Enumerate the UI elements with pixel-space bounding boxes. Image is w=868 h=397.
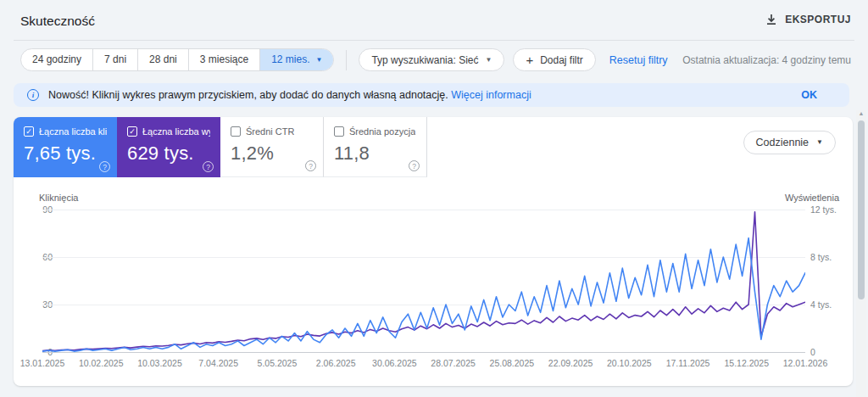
x-axis-line: [42, 352, 805, 353]
header-divider: [14, 40, 854, 41]
right-tick: 12 tys.: [810, 204, 854, 215]
x-label: 17.11.2025: [666, 358, 710, 368]
range-7d-button[interactable]: 7 dni: [92, 49, 137, 70]
granularity-label: Codziennie: [756, 137, 810, 148]
annotation-banner: i Nowość! Kliknij wykres prawym przycisk…: [14, 83, 849, 107]
metric-label: Łączna liczba klik...: [39, 126, 107, 137]
add-filter-label: Dodaj filtr: [540, 54, 583, 66]
page-title: Skuteczność: [20, 14, 95, 29]
help-icon[interactable]: ?: [305, 160, 316, 171]
banner-text: Nowość! Kliknij wykres prawym przyciskie…: [48, 89, 531, 101]
left-axis-title: Kliknięcia: [39, 193, 78, 203]
x-label: 25.08.2025: [490, 358, 535, 368]
metric-value: 7,65 tys.: [24, 143, 107, 165]
search-type-label: Typ wyszukiwania: Sieć: [371, 54, 478, 66]
x-label: 5.05.2025: [258, 358, 298, 368]
x-label: 15.12.2025: [724, 358, 769, 368]
x-label: 12.01.2026: [783, 358, 828, 368]
x-label: 10.02.2025: [79, 358, 124, 368]
x-label: 30.06.2025: [372, 358, 417, 368]
range-3m-button[interactable]: 3 miesiące: [188, 49, 259, 70]
x-label: 13.01.2025: [20, 358, 65, 368]
download-icon: [765, 14, 777, 25]
checkbox-icon[interactable]: [127, 126, 137, 137]
chevron-down-icon: ▼: [316, 57, 323, 64]
checkbox-icon[interactable]: [24, 126, 34, 137]
checkbox-icon[interactable]: [334, 126, 344, 137]
right-axis-title: Wyświetlenia: [785, 193, 839, 203]
x-label: 2.06.2025: [316, 358, 356, 368]
right-tick: 8 tys.: [810, 251, 854, 263]
range-12m-label: 12 mies.: [271, 49, 309, 70]
range-24h-button[interactable]: 24 godziny: [21, 49, 92, 70]
banner-ok-button[interactable]: OK: [801, 89, 817, 101]
chevron-down-icon: ▼: [485, 57, 492, 64]
chart-svg: [42, 210, 805, 352]
help-icon[interactable]: ?: [203, 161, 214, 172]
x-label: 22.09.2025: [548, 358, 593, 368]
add-filter-button[interactable]: + Dodaj filtr: [513, 48, 595, 71]
metric-value: 1,2%: [231, 143, 313, 165]
search-type-filter[interactable]: Typ wyszukiwania: Sieć ▼: [359, 48, 504, 71]
right-tick: 0: [810, 346, 854, 358]
metric-card-ctr[interactable]: Średni CTR 1,2% ?: [220, 117, 324, 177]
toolbar-divider: [346, 50, 347, 70]
metric-value: 11,8: [334, 143, 416, 165]
info-icon: i: [27, 89, 39, 101]
page-root: { "header": { "title": "Skuteczność", "e…: [0, 0, 868, 397]
last-update-text: Ostatnia aktualizacja: 4 godziny temu: [682, 54, 851, 66]
metric-label: Średni CTR: [246, 126, 294, 137]
metric-label: Średnia pozycja: [349, 126, 415, 137]
chart-plot-area[interactable]: [42, 210, 805, 353]
granularity-button[interactable]: Codziennie ▼: [743, 131, 836, 154]
help-icon[interactable]: ?: [99, 161, 110, 172]
clicks-line: [42, 238, 805, 352]
performance-panel: Łączna liczba klik... 7,65 tys. ? Łączna…: [14, 117, 853, 386]
metric-card-clicks[interactable]: Łączna liczba klik... 7,65 tys. ?: [14, 117, 117, 177]
export-button[interactable]: EKSPORTUJ: [765, 14, 851, 25]
x-label: 20.10.2025: [607, 358, 652, 368]
export-label: EKSPORTUJ: [785, 14, 851, 25]
metric-value: 629 tys.: [127, 143, 210, 165]
toolbar: 24 godziny 7 dni 28 dni 3 miesiące 12 mi…: [20, 48, 668, 71]
metric-cards-row: Łączna liczba klik... 7,65 tys. ? Łączna…: [14, 117, 853, 177]
scrollbar-up-arrow[interactable]: ▲: [856, 110, 866, 116]
date-range-group: 24 godziny 7 dni 28 dni 3 miesiące 12 mi…: [20, 48, 334, 71]
plus-icon: +: [526, 53, 533, 66]
metric-card-impressions[interactable]: Łączna liczba wy... 629 tys. ?: [117, 117, 220, 177]
range-12m-button[interactable]: 12 mies. ▼: [259, 49, 333, 70]
range-28d-button[interactable]: 28 dni: [137, 49, 188, 70]
scrollbar-thumb[interactable]: [858, 120, 865, 299]
x-label: 7.04.2025: [198, 358, 238, 368]
metric-label: Łączna liczba wy...: [142, 126, 210, 137]
right-tick: 4 tys.: [810, 299, 854, 310]
banner-more-info-link[interactable]: Więcej informacji: [451, 89, 531, 101]
help-icon[interactable]: ?: [409, 160, 420, 171]
checkbox-icon[interactable]: [231, 126, 241, 137]
reset-filters-link[interactable]: Resetuj filtry: [609, 54, 668, 66]
x-label: 10.03.2025: [137, 358, 182, 368]
chevron-down-icon: ▼: [816, 139, 823, 146]
x-label: 28.07.2025: [431, 358, 476, 368]
x-axis-labels: 13.01.2025 10.02.2025 10.03.2025 7.04.20…: [42, 358, 805, 370]
metric-card-position[interactable]: Średnia pozycja 11,8 ?: [324, 117, 427, 177]
